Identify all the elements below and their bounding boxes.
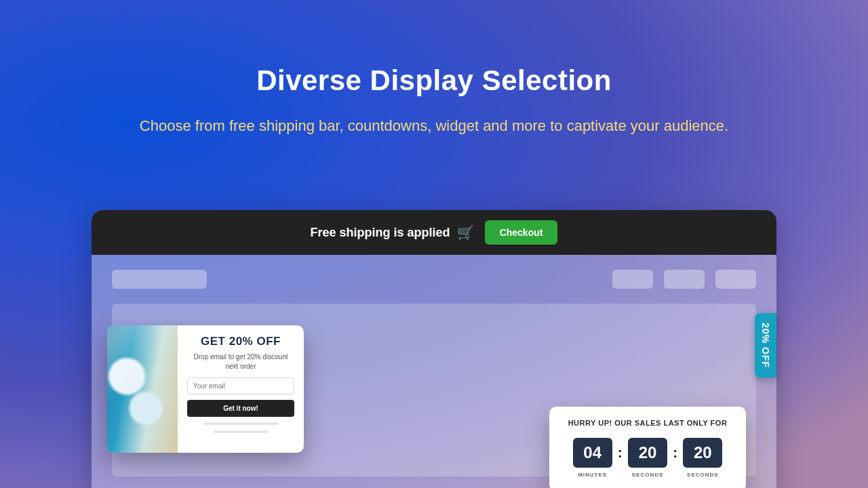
placeholder-block xyxy=(612,270,653,289)
popup-image xyxy=(107,325,178,453)
countdown-value: 20 xyxy=(683,438,722,468)
countdown-value: 04 xyxy=(573,438,612,468)
checkout-button[interactable]: Checkout xyxy=(485,220,558,245)
hero-title: Diverse Display Selection xyxy=(0,64,868,97)
email-input[interactable] xyxy=(187,378,294,394)
countdown-unit: 20 SECONDS xyxy=(628,438,667,478)
promo-side-tab[interactable]: 20% OFF xyxy=(755,313,776,378)
cart-icon: 🛒 xyxy=(457,224,474,241)
popup-form: GET 20% OFF Drop email to get 20% discou… xyxy=(178,325,304,453)
free-shipping-text: Free shipping is applied xyxy=(311,226,450,240)
placeholder-line xyxy=(214,430,268,433)
countdown-label: SECONDS xyxy=(687,472,719,478)
popup-title: GET 20% OFF xyxy=(201,335,281,348)
countdown-unit: 04 MINUTES xyxy=(573,438,612,478)
countdown-separator: : xyxy=(673,438,677,468)
placeholder-block xyxy=(664,270,705,289)
hero-section: Diverse Display Selection Choose from fr… xyxy=(0,0,868,138)
get-it-now-button[interactable]: Get it now! xyxy=(187,400,294,417)
email-popup-card: GET 20% OFF Drop email to get 20% discou… xyxy=(107,325,304,453)
placeholder-block xyxy=(715,270,756,289)
countdown-timer: 04 MINUTES : 20 SECONDS : 20 SECONDS xyxy=(561,438,734,478)
countdown-label: SECONDS xyxy=(632,472,664,478)
placeholder-line xyxy=(203,422,278,425)
hero-subtitle: Choose from free shipping bar, countdown… xyxy=(0,115,868,138)
countdown-widget: HURRY UP! OUR SALES LAST ONLY FOR 04 MIN… xyxy=(549,407,746,488)
countdown-value: 20 xyxy=(628,438,667,468)
free-shipping-bar: Free shipping is applied 🛒 Checkout xyxy=(92,210,776,255)
placeholder-block xyxy=(112,270,207,289)
countdown-headline: HURRY UP! OUR SALES LAST ONLY FOR xyxy=(561,419,734,427)
countdown-unit: 20 SECONDS xyxy=(683,438,722,478)
popup-subtitle: Drop email to get 20% discount next orde… xyxy=(187,352,294,371)
countdown-separator: : xyxy=(618,438,623,468)
countdown-label: MINUTES xyxy=(578,472,607,478)
mock-header-row xyxy=(112,270,756,289)
